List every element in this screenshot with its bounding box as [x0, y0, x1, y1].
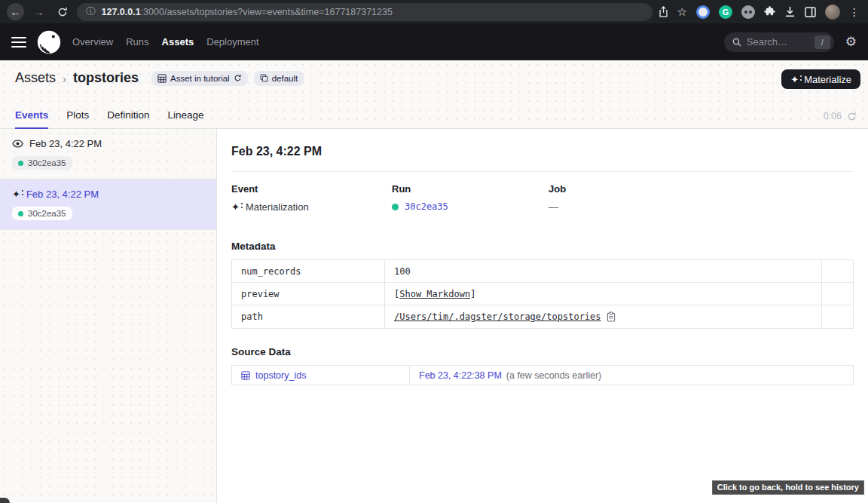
show-markdown-link[interactable]: Show Markdown [399, 289, 470, 299]
source-data-section: Source Data topstory_ids Feb 23, 4:22:38… [231, 346, 854, 385]
nav-item-overview[interactable]: Overview [72, 36, 113, 48]
site-info-icon[interactable]: ⓘ [86, 7, 96, 17]
reload-icon [57, 7, 68, 17]
metadata-value: 100 [385, 260, 822, 282]
copy-to-clipboard-icon[interactable] [607, 311, 616, 322]
materialize-button[interactable]: ✦ Materialize [781, 69, 860, 89]
materialization-sparkle-icon: ✦ [12, 189, 20, 199]
browser-profile-avatar[interactable] [825, 5, 840, 20]
nav-item-runs[interactable]: Runs [126, 36, 148, 48]
source-time-note: (a few seconds earlier) [506, 370, 601, 381]
run-id-pill[interactable]: 30c2ea35 [12, 156, 72, 170]
metadata-section: Metadata num_records 100 preview [ Show … [231, 241, 854, 329]
metadata-value: [ Show Markdown ] [385, 283, 822, 305]
browser-back-button[interactable]: ← [7, 3, 24, 20]
event-column: Event ✦ Materialization [231, 183, 392, 213]
event-list-sidebar: Feb 23, 4:22 PM 30c2ea35 ✦ Feb 23, 4:22 … [0, 129, 217, 503]
downloads-icon[interactable] [784, 6, 796, 17]
code-location-label: Asset in tutorial [170, 74, 230, 83]
bracket-close: ] [470, 289, 475, 299]
bookmark-icon[interactable]: ☆ [677, 6, 687, 17]
observation-eye-icon [12, 138, 23, 149]
source-asset-link[interactable]: topstory_ids [232, 366, 410, 385]
breadcrumb: Assets › topstories Asset in tutorial [0, 60, 868, 86]
metadata-extra-cell [822, 260, 853, 282]
nav-item-deployment[interactable]: Deployment [206, 36, 258, 48]
refresh-timer: 0:06 [824, 111, 857, 121]
group-copy-icon [260, 74, 268, 82]
refresh-icon[interactable] [847, 112, 857, 121]
event-detail-title: Feb 23, 4:22 PM [231, 145, 854, 158]
asset-tabs: Events Plots Definition Lineage [0, 109, 219, 129]
run-column-value: 30c2ea35 [392, 201, 549, 212]
event-item-header: ✦ Feb 23, 4:22 PM [12, 189, 204, 200]
code-location-tag[interactable]: Asset in tutorial [151, 71, 248, 86]
reload-location-icon[interactable] [234, 74, 242, 82]
asset-page-header: Assets › topstories Asset in tutorial [0, 60, 868, 129]
path-link[interactable]: /Users/tim/.dagster/storage/topstories [394, 311, 601, 322]
source-time-link[interactable]: Feb 23, 4:22:38 PM [419, 370, 502, 381]
browser-address-bar[interactable]: ⓘ 127.0.0.1:3000/assets/topstories?view=… [77, 3, 653, 21]
event-column-value: ✦ Materialization [231, 201, 392, 213]
event-summary-columns: Event ✦ Materialization Run 30c2ea35 Job… [231, 183, 854, 213]
run-status-dot [392, 204, 399, 210]
breadcrumb-separator: › [63, 72, 66, 85]
browser-back-tooltip: Click to go back, hold to see history [712, 480, 864, 495]
materialize-sparkle-icon: ✦ [790, 75, 799, 84]
browser-menu-icon[interactable]: ⋮ [849, 6, 860, 18]
browser-toolbar: ← → ⓘ 127.0.0.1:3000/assets/topstories?v… [0, 0, 868, 23]
metadata-table: num_records 100 preview [ Show Markdown … [231, 259, 854, 329]
source-time-cell: Feb 23, 4:22:38 PM (a few seconds earlie… [410, 366, 601, 385]
run-status-dot [18, 211, 23, 216]
refresh-countdown: 0:06 [824, 111, 842, 121]
bracket-open: [ [394, 289, 399, 299]
metadata-key: path [232, 305, 385, 328]
asset-grid-icon [241, 371, 250, 380]
breadcrumb-current-asset: topstories [73, 70, 139, 86]
tab-definition[interactable]: Definition [107, 109, 149, 129]
group-tag[interactable]: default [254, 71, 304, 86]
hamburger-menu-icon[interactable] [11, 37, 26, 48]
source-asset-name: topstory_ids [255, 370, 306, 381]
event-detail-panel: Feb 23, 4:22 PM Event ✦ Materialization … [217, 129, 868, 503]
detail-divider [231, 171, 854, 172]
app-top-nav: Overview Runs Assets Deployment Search… … [0, 23, 868, 60]
event-list-item-observation[interactable]: Feb 23, 4:22 PM 30c2ea35 [0, 129, 216, 179]
url-text: 127.0.0.1:3000/assets/topstories?view=ev… [102, 7, 393, 17]
metadata-extra-cell [822, 305, 853, 328]
run-id-label: 30c2ea35 [28, 209, 66, 218]
browser-forward-button[interactable]: → [30, 3, 47, 20]
tab-plots[interactable]: Plots [66, 109, 89, 129]
event-timestamp: Feb 23, 4:22 PM [26, 189, 99, 200]
run-id-link[interactable]: 30c2ea35 [405, 201, 448, 212]
source-data-table: topstory_ids Feb 23, 4:22:38 PM (a few s… [231, 365, 854, 385]
asset-grid-icon [157, 74, 167, 83]
breadcrumb-assets-link[interactable]: Assets [15, 70, 56, 86]
grammarly-extension-icon[interactable]: G [719, 5, 732, 19]
nav-item-assets[interactable]: Assets [162, 36, 194, 48]
asset-events-body: Feb 23, 4:22 PM 30c2ea35 ✦ Feb 23, 4:22 … [0, 129, 868, 503]
url-host: 127.0.0.1 [102, 7, 141, 17]
event-column-label: Event [231, 183, 392, 195]
side-panel-icon[interactable] [805, 7, 816, 17]
job-column-label: Job [549, 183, 854, 195]
dagster-logo[interactable] [36, 29, 62, 55]
tab-lineage[interactable]: Lineage [168, 109, 204, 129]
group-label: default [272, 74, 298, 83]
run-id-pill[interactable]: 30c2ea35 [12, 207, 72, 220]
search-icon [732, 38, 741, 47]
browser-reload-button[interactable] [53, 3, 71, 20]
extensions-puzzle-icon[interactable] [764, 6, 775, 17]
settings-gear-icon[interactable]: ⚙ [845, 35, 857, 48]
run-status-dot [18, 161, 23, 166]
job-column-value: — [549, 201, 854, 213]
tab-events[interactable]: Events [15, 109, 48, 129]
goggles-extension-icon[interactable] [741, 5, 755, 19]
event-list-item-materialization[interactable]: ✦ Feb 23, 4:22 PM 30c2ea35 [0, 179, 216, 230]
event-timestamp: Feb 23, 4:22 PM [29, 138, 102, 149]
app-nav-links: Overview Runs Assets Deployment [72, 36, 259, 48]
share-icon[interactable] [659, 6, 668, 17]
metadata-key: preview [232, 283, 385, 305]
clockify-extension-icon[interactable] [696, 5, 710, 19]
global-search-input[interactable]: Search… / [724, 32, 834, 52]
